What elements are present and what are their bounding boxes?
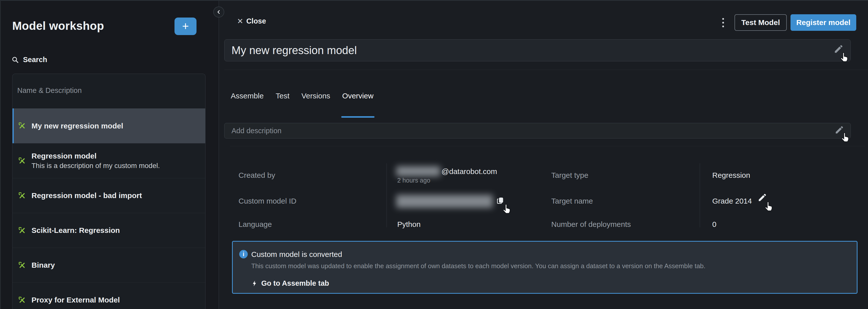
- created-by-label: Created by: [239, 171, 275, 179]
- model-list-item[interactable]: Binary: [12, 248, 205, 282]
- model-list-item[interactable]: Scikit-Learn: Regression: [12, 213, 205, 248]
- custom-model-id-label: Custom model ID: [239, 197, 297, 205]
- target-type-value: Regression: [712, 171, 750, 179]
- edit-description-pencil-icon[interactable]: [834, 125, 844, 135]
- info-banner-title: Custom model is converted: [251, 250, 342, 259]
- page-title: Model workshop: [12, 19, 104, 32]
- tab-bar: Assemble Test Versions Overview: [231, 92, 373, 118]
- target-type-label: Target type: [551, 171, 588, 179]
- custom-model-tools-icon: [19, 158, 26, 164]
- go-to-assemble-link[interactable]: Go to Assemble tab: [251, 279, 329, 287]
- search-icon: [11, 56, 19, 64]
- close-icon: ✕: [237, 18, 243, 25]
- add-model-button[interactable]: +: [175, 18, 196, 35]
- chevron-left-icon: [216, 9, 222, 15]
- created-by-time: 2 hours ago: [397, 177, 430, 184]
- custom-model-id-redacted: [396, 195, 493, 208]
- left-edge-divider: [0, 0, 1, 309]
- created-by-redacted: [396, 166, 440, 176]
- plus-icon: +: [182, 20, 189, 32]
- model-list-item[interactable]: Regression model This is a description o…: [12, 143, 205, 178]
- custom-model-tools-icon: [19, 297, 26, 304]
- info-banner-body: This custom model was updated to enable …: [251, 262, 706, 270]
- test-model-button[interactable]: Test Model: [735, 14, 787, 31]
- language-value: Python: [397, 220, 421, 229]
- model-detail-panel: ✕ Close Test Model Register model My new…: [219, 0, 868, 309]
- tab-assemble[interactable]: Assemble: [231, 92, 264, 118]
- info-banner: i Custom model is converted This custom …: [232, 241, 858, 294]
- lightning-bolt-icon: [251, 280, 258, 287]
- info-icon: i: [239, 250, 248, 258]
- model-list-item[interactable]: My new regression model: [12, 108, 205, 143]
- edit-target-name-pencil-icon[interactable]: [757, 193, 767, 203]
- model-list-panel: Name & Description My new regression mod…: [12, 74, 206, 309]
- top-edge-divider: [0, 0, 868, 1]
- language-label: Language: [239, 220, 272, 229]
- model-workshop-app: Model workshop + Search Name & Descripti…: [0, 0, 868, 309]
- model-title-field[interactable]: My new regression model: [224, 39, 851, 61]
- custom-model-tools-icon: [19, 122, 26, 129]
- target-name-value: Grade 2014: [712, 197, 752, 205]
- details-column-divider: [386, 163, 387, 227]
- deployments-value: 0: [712, 220, 716, 229]
- header-divider: [224, 69, 868, 70]
- close-button[interactable]: ✕ Close: [237, 17, 266, 25]
- target-name-label: Target name: [551, 197, 593, 205]
- model-list-header: Name & Description: [12, 74, 205, 108]
- tab-test[interactable]: Test: [276, 92, 289, 118]
- custom-model-tools-icon: [19, 262, 26, 269]
- register-model-button[interactable]: Register model: [790, 14, 856, 31]
- tab-versions[interactable]: Versions: [302, 92, 330, 118]
- created-by-value: @datarobot.com: [441, 167, 497, 176]
- model-description-field[interactable]: Add description: [224, 123, 851, 138]
- search-label: Search: [23, 56, 47, 64]
- model-list-item[interactable]: Regression model - bad import: [12, 178, 205, 213]
- collapse-sidebar-button[interactable]: [213, 6, 224, 18]
- search-control[interactable]: Search: [11, 56, 47, 64]
- description-divider: [230, 146, 865, 146]
- custom-model-tools-icon: [19, 227, 26, 234]
- kebab-menu-icon[interactable]: [719, 17, 727, 28]
- copy-icon[interactable]: [496, 196, 504, 205]
- model-title-text: My new regression model: [231, 44, 357, 57]
- model-list-item[interactable]: Proxy for External Model: [12, 282, 205, 309]
- sidebar: Model workshop + Search Name & Descripti…: [0, 0, 218, 309]
- description-placeholder: Add description: [231, 127, 281, 135]
- deployments-label: Number of deployments: [551, 220, 631, 229]
- tab-overview[interactable]: Overview: [342, 92, 373, 118]
- custom-model-tools-icon: [19, 192, 26, 199]
- edit-title-pencil-icon[interactable]: [833, 44, 843, 55]
